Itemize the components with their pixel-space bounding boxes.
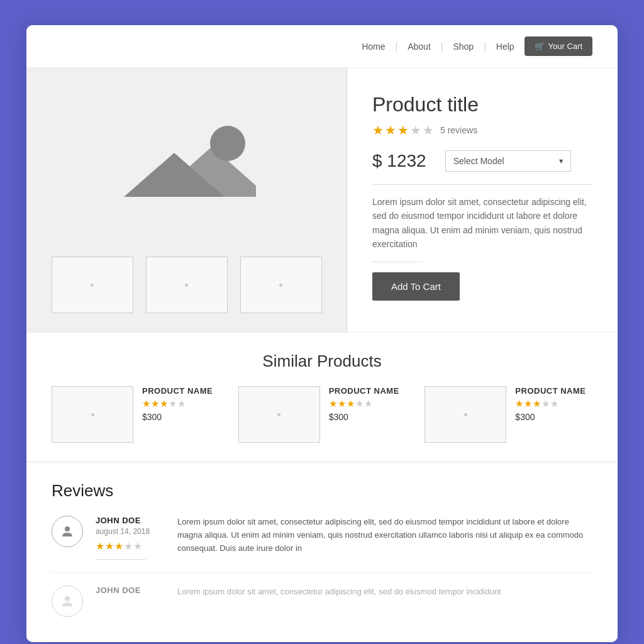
nav-about[interactable]: About	[408, 42, 431, 52]
star-2: ★	[385, 123, 396, 138]
product-stars: ★ ★ ★ ★ ★	[372, 123, 434, 138]
rs1-4: ★	[124, 540, 133, 552]
ss3-5: ★	[550, 398, 558, 409]
similar-name-3: PRODUCT NAME	[515, 386, 586, 396]
rating-row: ★ ★ ★ ★ ★ 5 reviews	[372, 123, 592, 138]
ss1-1: ★	[142, 398, 150, 409]
product-image-area	[26, 68, 347, 332]
similar-name-2: PRODUCT NAME	[329, 386, 399, 396]
ss1-5: ★	[177, 398, 186, 409]
ss3-1: ★	[515, 398, 523, 409]
similar-section: Similar Products PRODUCT NAME ★ ★ ★ ★ ★ …	[26, 332, 618, 462]
price-divider	[372, 184, 592, 185]
nav-sep-1: |	[396, 42, 398, 52]
thumbnail-3[interactable]	[240, 257, 322, 313]
star-5: ★	[423, 123, 434, 138]
similar-product-1[interactable]: PRODUCT NAME ★ ★ ★ ★ ★ $300	[52, 386, 219, 443]
thumbnail-2[interactable]	[146, 257, 228, 313]
person-icon-1	[60, 524, 75, 539]
reviewer-stars-1: ★ ★ ★ ★ ★	[96, 540, 165, 552]
svg-point-4	[65, 596, 70, 601]
similar-title: Similar Products	[52, 352, 592, 371]
similar-image-1	[52, 386, 133, 443]
person-icon-2	[60, 594, 75, 609]
review-item-2: JOHN DOE Lorem ipsum dolor sit amet, con…	[52, 586, 592, 617]
product-price: $ 1232	[372, 151, 426, 171]
page-container: Home | About | Shop | Help 🛒 Your Cart	[26, 25, 618, 642]
ss1-2: ★	[151, 398, 159, 409]
product-section: Product title ★ ★ ★ ★ ★ 5 reviews $ 1232…	[26, 68, 618, 332]
reviewer-name-1: JOHN DOE	[96, 516, 165, 525]
similar-price-3: $300	[515, 412, 586, 422]
similar-info-2: PRODUCT NAME ★ ★ ★ ★ ★ $300	[329, 386, 399, 422]
similar-stars-1: ★ ★ ★ ★ ★	[142, 398, 213, 409]
navbar: Home | About | Shop | Help 🛒 Your Cart	[26, 25, 618, 68]
product-details: Product title ★ ★ ★ ★ ★ 5 reviews $ 1232…	[347, 68, 618, 332]
price-model-row: $ 1232 Select Model Model A Model B	[372, 150, 592, 172]
ss2-1: ★	[329, 398, 337, 409]
ss2-4: ★	[355, 398, 364, 409]
svg-point-3	[65, 526, 70, 531]
nav-sep-3: |	[484, 42, 486, 52]
similar-info-1: PRODUCT NAME ★ ★ ★ ★ ★ $300	[142, 386, 213, 422]
thumbnail-row	[52, 257, 322, 319]
model-select-wrapper: Select Model Model A Model B	[445, 150, 571, 172]
star-3: ★	[397, 123, 409, 138]
nav-sep-2: |	[441, 42, 443, 52]
similar-name-1: PRODUCT NAME	[142, 386, 213, 396]
ss3-4: ★	[541, 398, 550, 409]
similar-dot-2	[277, 413, 280, 416]
ss2-5: ★	[364, 398, 372, 409]
short-divider	[372, 262, 423, 262]
thumbnail-1[interactable]	[52, 257, 133, 313]
reviews-title: Reviews	[52, 481, 592, 501]
model-select[interactable]: Select Model Model A Model B	[445, 150, 571, 172]
similar-image-3	[425, 386, 506, 443]
similar-price-2: $300	[329, 412, 399, 422]
similar-product-2[interactable]: PRODUCT NAME ★ ★ ★ ★ ★ $300	[238, 386, 406, 443]
similar-products-grid: PRODUCT NAME ★ ★ ★ ★ ★ $300 PRODUCT	[52, 386, 592, 443]
cart-icon: 🛒	[535, 42, 545, 51]
svg-point-2	[210, 126, 245, 161]
ss3-3: ★	[533, 398, 541, 409]
cart-button[interactable]: 🛒 Your Cart	[525, 36, 592, 56]
reviewer-info-2: JOHN DOE	[96, 586, 165, 617]
main-product-image	[39, 80, 334, 250]
reviewer-info-1: JOHN DOE august 14, 2018 ★ ★ ★ ★ ★	[96, 516, 165, 560]
nav-shop[interactable]: Shop	[453, 42, 474, 52]
star-4: ★	[410, 123, 421, 138]
similar-product-3[interactable]: PRODUCT NAME ★ ★ ★ ★ ★ $300	[425, 386, 592, 443]
nav-home[interactable]: Home	[362, 42, 385, 52]
similar-dot-1	[91, 413, 94, 416]
similar-dot-3	[464, 413, 467, 416]
ss1-4: ★	[169, 398, 177, 409]
thumb-dot-3	[279, 284, 282, 287]
thumb-dot-2	[185, 284, 188, 287]
reviewer-date-1: august 14, 2018	[96, 527, 165, 536]
rs1-3: ★	[114, 540, 123, 552]
similar-stars-3: ★ ★ ★ ★ ★	[515, 398, 586, 409]
ss2-3: ★	[347, 398, 355, 409]
similar-price-1: $300	[142, 412, 213, 422]
product-placeholder-icon	[118, 115, 256, 216]
similar-info-3: PRODUCT NAME ★ ★ ★ ★ ★ $300	[515, 386, 586, 422]
review-item-1: JOHN DOE august 14, 2018 ★ ★ ★ ★ ★ Lorem…	[52, 516, 592, 573]
nav-help[interactable]: Help	[496, 42, 514, 52]
reviewer-name-2: JOHN DOE	[96, 586, 165, 595]
add-to-cart-button[interactable]: Add To Cart	[372, 272, 460, 301]
reviewer-avatar-1	[52, 516, 83, 547]
reviewer-avatar-2	[52, 586, 83, 617]
ss3-2: ★	[524, 398, 532, 409]
rs1-1: ★	[96, 540, 104, 552]
star-1: ★	[372, 123, 384, 138]
rs1-2: ★	[105, 540, 114, 552]
review-count: 5 reviews	[440, 125, 477, 135]
review-text-1: Lorem ipsum dolor sit amet, consectetur …	[177, 516, 592, 560]
product-description: Lorem ipsum dolor sit amet, consectetur …	[372, 195, 592, 252]
ss1-3: ★	[160, 398, 168, 409]
cart-label: Your Cart	[548, 42, 582, 51]
thumb-dot-1	[91, 284, 94, 287]
reviews-section: Reviews JOHN DOE august 14, 2018 ★ ★ ★ ★…	[26, 462, 618, 642]
review-divider-1	[96, 559, 146, 560]
ss2-2: ★	[338, 398, 346, 409]
